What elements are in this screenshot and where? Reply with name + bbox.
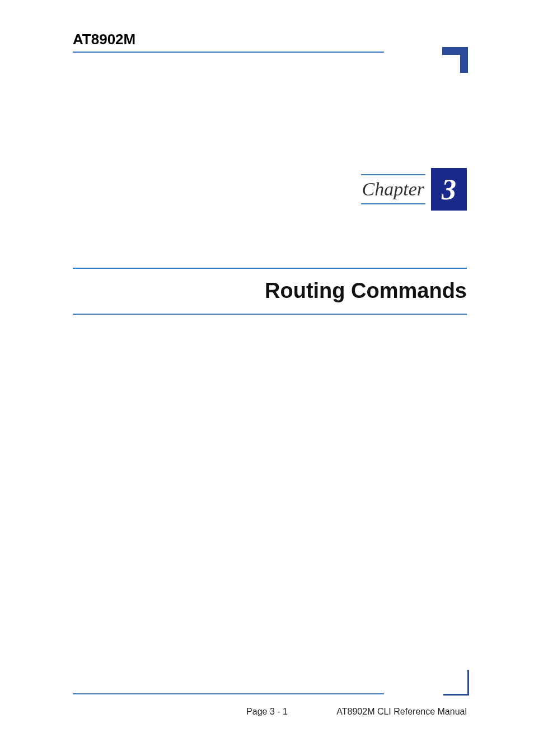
header-product-title: AT8902M bbox=[73, 31, 135, 48]
chapter-label: Chapter bbox=[361, 175, 425, 203]
chapter-title: Routing Commands bbox=[265, 279, 467, 303]
chapter-label-rule-bottom bbox=[361, 203, 425, 204]
page: AT8902M Chapter 3 Routing Commands Page … bbox=[0, 0, 534, 756]
corner-mark-top-right bbox=[442, 47, 468, 73]
header-rule bbox=[73, 52, 384, 53]
chapter-number: 3 bbox=[442, 173, 456, 206]
chapter-number-box: 3 bbox=[431, 168, 467, 211]
footer-manual-title: AT8902M CLI Reference Manual bbox=[336, 707, 467, 717]
chapter-title-rule-bottom bbox=[73, 314, 467, 315]
chapter-title-rule-top bbox=[73, 268, 467, 269]
footer-rule bbox=[73, 693, 384, 694]
chapter-label-wrap: Chapter bbox=[361, 174, 425, 204]
corner-mark-bottom-right bbox=[443, 670, 469, 696]
chapter-block: Chapter 3 bbox=[361, 168, 467, 211]
